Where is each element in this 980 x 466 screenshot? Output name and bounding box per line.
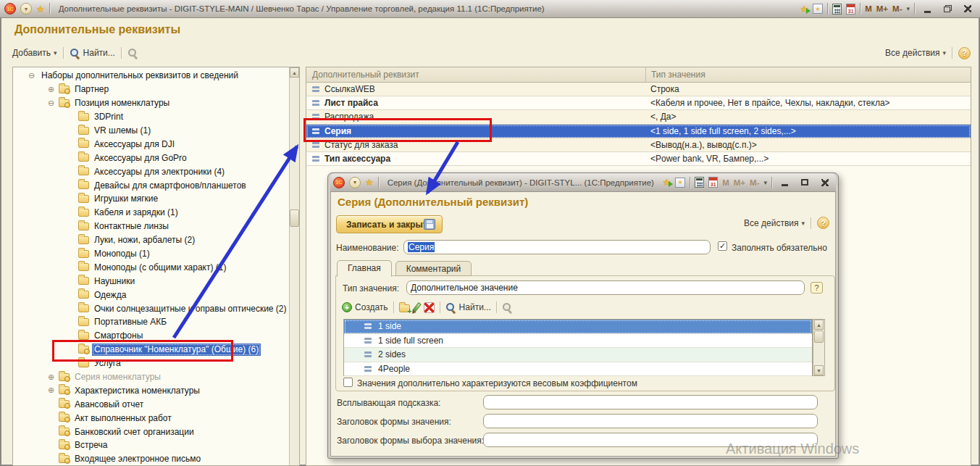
value-row[interactable]: 4People xyxy=(344,362,812,377)
tooltip-input[interactable] xyxy=(483,395,818,409)
scroll-up-button[interactable]: ▲ xyxy=(814,320,824,330)
expander-icon[interactable]: ⊖ xyxy=(27,71,36,80)
scroll-thumb[interactable] xyxy=(290,209,299,227)
calendar-icon[interactable]: 31 xyxy=(708,177,718,188)
tree-item[interactable]: ⊕Серия номенклатуры xyxy=(14,370,288,384)
memory-m-plus-button[interactable]: M+ xyxy=(876,4,888,13)
all-actions-button[interactable]: Все действия ▾ xyxy=(885,48,946,58)
tree-item[interactable]: Моноподы (1) xyxy=(14,247,288,261)
tree-item[interactable]: Аксессуары для электроники (4) xyxy=(14,165,288,178)
tree-item[interactable]: Очки солнцезащитные и оправы оптические … xyxy=(14,301,288,315)
tree-item[interactable]: Моноподы (с общими характ) (1) xyxy=(14,260,288,274)
table-row[interactable]: Серия<1 side, 1 side full screen, 2 side… xyxy=(306,125,971,138)
type-input[interactable]: Дополнительное значение xyxy=(406,280,805,295)
scroll-thumb[interactable] xyxy=(814,330,824,343)
required-checkbox[interactable]: ✓ xyxy=(718,241,727,251)
tree-item[interactable]: Аксессуары для GoPro xyxy=(14,151,288,165)
favorites-window-icon[interactable]: ★ xyxy=(813,4,823,14)
values-scrollbar[interactable]: ▲ ▼ xyxy=(813,319,825,376)
tree-item[interactable]: Игрушки мягкие xyxy=(14,192,288,206)
delete-icon[interactable] xyxy=(424,302,435,313)
tree-item[interactable]: Смартфоны xyxy=(14,329,288,343)
minimize-button[interactable] xyxy=(919,2,935,15)
table-row[interactable]: Лист прайса<Кабеля и прочее, Нет в прайс… xyxy=(306,96,971,110)
help-button[interactable]: ? xyxy=(958,47,971,59)
tree-item[interactable]: Банковский счет организации xyxy=(14,425,288,438)
tree-item[interactable]: Контактные линзы xyxy=(14,220,288,233)
close-button[interactable] xyxy=(960,2,976,15)
chevron-down-icon[interactable]: ▾ xyxy=(906,5,910,12)
tree-item[interactable]: Портативные АКБ xyxy=(14,315,288,329)
tree-item[interactable]: Справочник "Номенклатура" (Общие) (6) xyxy=(14,343,288,357)
calculator-icon[interactable] xyxy=(695,177,704,188)
tree-item[interactable]: Одежда xyxy=(14,288,288,301)
table-row[interactable]: Статус для заказа<Вывод(н.а.), вывод(с.п… xyxy=(306,138,971,152)
tree-item[interactable]: Акт выполненных работ xyxy=(14,411,288,425)
add-favorite-icon[interactable]: ★ xyxy=(663,178,671,187)
calendar-icon[interactable]: 31 xyxy=(846,4,855,14)
clear-search-icon[interactable] xyxy=(127,48,138,59)
dialog-maximize-button[interactable] xyxy=(797,176,813,189)
clear-search-icon[interactable] xyxy=(502,302,513,313)
memory-m-button[interactable]: M xyxy=(722,178,729,187)
calculator-icon[interactable] xyxy=(832,4,842,14)
expander-icon[interactable]: ⊕ xyxy=(46,373,56,382)
dialog-close-button[interactable] xyxy=(817,176,833,189)
memory-m-button[interactable]: M xyxy=(865,4,872,13)
tree-item[interactable]: Наушники xyxy=(14,274,288,288)
expander-icon[interactable]: ⊕ xyxy=(46,386,56,395)
weight-coefficient-checkbox[interactable] xyxy=(343,378,353,387)
tree-item[interactable]: ⊖Наборы дополнительных реквизитов и свед… xyxy=(14,69,288,83)
memory-m-plus-button[interactable]: M+ xyxy=(734,178,745,187)
restore-button[interactable] xyxy=(939,2,955,15)
table-row[interactable]: Тип аксессуара<Power bank, VR, Бампер,..… xyxy=(306,152,971,166)
add-button[interactable]: Добавить ▾ xyxy=(12,48,57,58)
column-header-attribute[interactable]: Дополнительный реквизит xyxy=(306,67,645,82)
scroll-up-button[interactable]: ▲ xyxy=(290,67,299,78)
table-row[interactable]: СсылкаWEBСтрока xyxy=(306,83,971,96)
tree-item[interactable]: Встреча xyxy=(14,438,288,452)
tree-item[interactable]: VR шлемы (1) xyxy=(14,124,288,138)
dialog-minimize-button[interactable] xyxy=(776,176,792,189)
create-group-icon[interactable] xyxy=(399,304,410,312)
choice-form-title-input[interactable] xyxy=(483,433,818,447)
tree-item[interactable]: Входящее электронное письмо xyxy=(14,452,288,465)
values-find-button[interactable]: Найти... xyxy=(445,302,491,313)
find-button[interactable]: Найти... xyxy=(70,48,115,59)
expander-icon[interactable]: ⊕ xyxy=(46,85,56,94)
value-row[interactable]: 2 sides xyxy=(344,348,812,362)
tab-main[interactable]: Главная xyxy=(337,260,392,277)
tree-item[interactable]: Луки, ножи, арбалеты (2) xyxy=(14,233,288,247)
tree-item[interactable]: Девайсы для смартфонов/планшетов xyxy=(14,178,288,192)
value-form-title-input[interactable] xyxy=(483,414,818,428)
main-menu-dropdown-icon[interactable]: ▾ xyxy=(20,3,32,14)
type-help-button[interactable]: ? xyxy=(811,282,823,294)
favorites-star-icon[interactable]: ★ xyxy=(365,178,374,187)
value-row[interactable]: 1 side full screen xyxy=(344,334,812,349)
chevron-down-icon[interactable]: ▾ xyxy=(763,179,767,186)
dialog-help-button[interactable]: ? xyxy=(817,217,829,229)
table-row[interactable]: Распродажа<, Да> xyxy=(306,110,971,124)
tree-item[interactable]: Кабеля и зарядки (1) xyxy=(14,206,288,220)
memory-m-minus-button[interactable]: M- xyxy=(892,4,902,13)
create-value-button[interactable]: Создать xyxy=(342,302,388,312)
name-input[interactable]: Серия xyxy=(403,240,711,254)
tree-item[interactable]: ⊖Позиция номенклатуры xyxy=(14,96,288,110)
edit-pencil-icon[interactable] xyxy=(412,302,422,312)
tree-item[interactable]: ⊕Характеристика номенклатуры xyxy=(14,383,288,397)
tree-item[interactable]: 3DPrint xyxy=(14,110,288,124)
favorites-star-icon[interactable]: ★ xyxy=(36,4,45,14)
tree-item[interactable]: Аксессуары для DJI xyxy=(14,137,288,151)
favorites-window-icon[interactable]: ★ xyxy=(675,178,685,188)
save-icon[interactable] xyxy=(424,219,435,230)
tree-item[interactable]: ⊕Партнер xyxy=(14,83,288,96)
value-row[interactable]: 1 side xyxy=(344,320,812,334)
scroll-down-button[interactable]: ▼ xyxy=(814,365,824,375)
expander-icon[interactable]: ⊖ xyxy=(46,99,56,108)
tree-item[interactable]: Услуга xyxy=(14,357,288,370)
tree-item[interactable]: Авансовый отчет xyxy=(14,397,288,411)
tab-comment[interactable]: Комментарий xyxy=(395,261,472,276)
column-header-type[interactable]: Тип значения xyxy=(645,67,971,82)
tree-scrollbar[interactable]: ▲ xyxy=(289,67,299,465)
add-favorite-icon[interactable]: ★ xyxy=(800,4,809,14)
